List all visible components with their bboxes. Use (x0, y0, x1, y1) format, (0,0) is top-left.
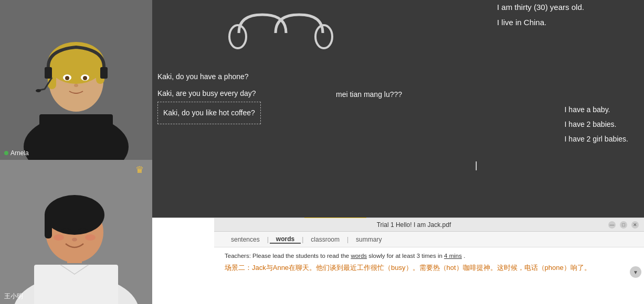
student-video-svg (0, 160, 152, 304)
question-2: Kaki, are you busy every day? (157, 85, 261, 102)
character-svg (223, 4, 339, 64)
character-figure-area (152, 0, 409, 68)
webcam-panel: Arnela (0, 0, 152, 304)
svg-point-27 (72, 238, 77, 242)
svg-rect-20 (34, 265, 118, 304)
text-cursor: | (475, 160, 478, 171)
nav-sep-2: | (302, 236, 303, 243)
slide-content-area: I am thirty (30) years old. I live in Ch… (152, 0, 644, 218)
pdf-nav-bar: sentences | words | classroom | summary (214, 232, 644, 247)
svg-point-29 (315, 25, 332, 48)
webcam-top-video (0, 0, 152, 160)
svg-rect-13 (45, 67, 52, 79)
svg-rect-16 (39, 114, 113, 160)
pdf-window-controls[interactable]: — □ ✕ (608, 221, 639, 229)
nav-classroom[interactable]: classroom (304, 236, 346, 243)
teacher-name: Arnela (10, 149, 29, 157)
svg-point-12 (74, 84, 78, 87)
svg-rect-14 (100, 67, 108, 79)
webcam-bottom-label: 王小明 (4, 292, 23, 301)
location-line: I live in China. (497, 15, 639, 30)
questions-block: Kaki, do you have a phone? Kaki, are you… (157, 68, 261, 124)
nav-sentences[interactable]: sentences (225, 236, 266, 243)
svg-point-25 (54, 234, 64, 241)
crown-icon: ♛ (135, 164, 148, 173)
nav-sep-3: | (347, 236, 349, 243)
baby-text-block: I have a baby. I have 2 babies. I have 2… (565, 102, 628, 146)
svg-point-10 (65, 76, 69, 80)
chinese-answer: mei tian mang lu??? (336, 90, 402, 99)
pdf-teacher-instruction: Teachers: Please lead the students to re… (225, 252, 634, 260)
mins-underlined: 4 mins (444, 253, 462, 259)
teacher-video-svg (0, 0, 152, 160)
words-underlined: words (351, 253, 367, 259)
baby-line-3: I have 2 girl babies. (565, 132, 628, 146)
question-1: Kaki, do you have a phone? (157, 68, 261, 85)
svg-point-26 (85, 234, 96, 241)
svg-rect-24 (45, 212, 52, 238)
maximize-button[interactable]: □ (620, 221, 627, 229)
pdf-titlebar: Trial 1 Hello! I am Jack.pdf — □ ✕ (214, 218, 644, 232)
pdf-title: Trial 1 Hello! I am Jack.pdf (219, 221, 608, 229)
online-indicator (4, 151, 8, 155)
nav-summary[interactable]: summary (350, 236, 388, 243)
svg-point-15 (36, 89, 41, 92)
age-line: I am thirty (30) years old. (497, 0, 639, 15)
pdf-content-wrapper: Trial 1 Hello! I am Jack.pdf — □ ✕ sente… (214, 218, 644, 304)
nav-words[interactable]: words (270, 235, 301, 244)
svg-point-28 (229, 25, 246, 48)
scroll-button[interactable]: ▼ (630, 266, 641, 278)
minimize-button[interactable]: — (608, 221, 616, 229)
svg-point-11 (83, 76, 87, 80)
webcam-top: Arnela (0, 0, 152, 160)
nav-sep-1: | (267, 236, 269, 243)
baby-line-1: I have a baby. (565, 102, 628, 117)
pdf-viewer[interactable]: Acadsoc acadsoc.com.cn Trial 1 Hello! I … (152, 218, 644, 304)
webcam-top-label: Arnela (4, 149, 29, 157)
svg-point-23 (45, 195, 104, 235)
pdf-body: Teachers: Please lead the students to re… (214, 247, 644, 304)
baby-line-2: I have 2 babies. (565, 117, 628, 132)
student-name: 王小明 (4, 292, 23, 300)
webcam-bottom-video (0, 160, 152, 304)
question-3-boxed: Kaki, do you like hot coffee? (157, 102, 261, 124)
pdf-chinese-scenario: 场景二：Jack与Anne在聊天。他们谈到最近工作很忙（busy）。需要热（ho… (225, 263, 634, 274)
webcam-bottom: ♛ 王小明 (0, 160, 152, 304)
slide-age-location: I am thirty (30) years old. I live in Ch… (497, 0, 639, 30)
close-button[interactable]: ✕ (631, 221, 639, 229)
